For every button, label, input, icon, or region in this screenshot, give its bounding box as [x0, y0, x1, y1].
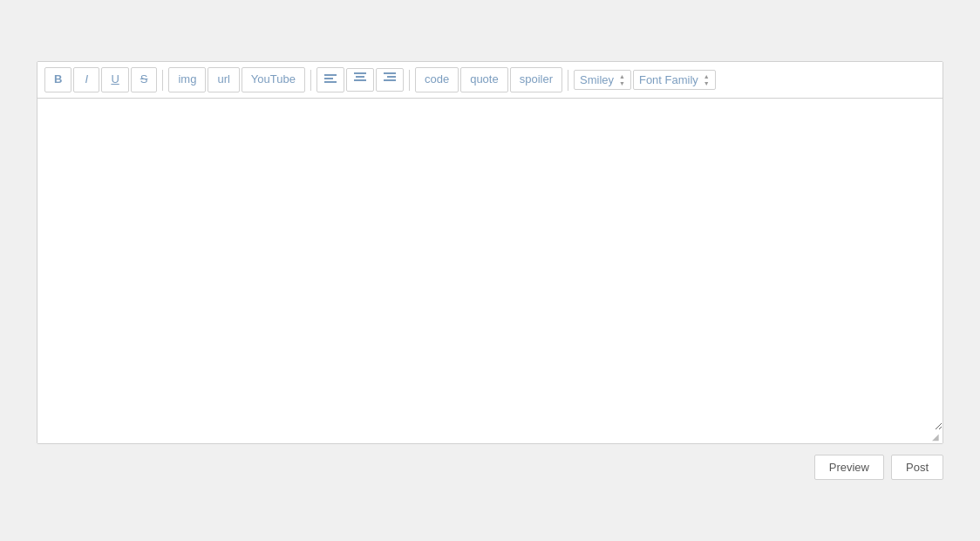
url-button[interactable]: url: [208, 67, 239, 92]
svg-rect-6: [384, 72, 396, 74]
preview-button[interactable]: Preview: [814, 455, 884, 480]
strikethrough-button[interactable]: S: [131, 67, 158, 92]
font-family-label: Font Family: [639, 73, 698, 86]
align-center-button[interactable]: [346, 68, 374, 91]
svg-rect-4: [356, 76, 364, 78]
font-family-arrows-icon: ▲▼: [704, 73, 710, 86]
divider-3: [409, 70, 410, 91]
content-textarea[interactable]: [37, 99, 943, 430]
smiley-select[interactable]: Smiley ▲▼: [574, 70, 631, 90]
divider-1: [162, 70, 163, 91]
align-right-button[interactable]: [376, 68, 404, 91]
bottom-actions: Preview Post: [37, 455, 943, 480]
img-button[interactable]: img: [168, 67, 206, 92]
quote-button[interactable]: quote: [460, 67, 508, 92]
smiley-label: Smiley: [580, 73, 614, 86]
smiley-arrows-icon: ▲▼: [619, 73, 625, 86]
code-button[interactable]: code: [415, 67, 459, 92]
align-right-icon: [384, 72, 396, 83]
divider-4: [568, 70, 568, 91]
editor-container: B I U S img url YouTube: [37, 44, 943, 497]
italic-button[interactable]: I: [73, 67, 99, 92]
svg-rect-3: [354, 72, 366, 74]
post-button[interactable]: Post: [891, 455, 943, 480]
svg-rect-2: [324, 81, 337, 83]
spoiler-button[interactable]: spoiler: [510, 67, 562, 92]
align-center-icon: [354, 72, 366, 83]
align-left-button[interactable]: [316, 67, 344, 92]
editor-wrapper: B I U S img url YouTube: [37, 61, 943, 444]
svg-rect-1: [324, 78, 333, 79]
svg-rect-7: [387, 76, 396, 78]
divider-2: [310, 70, 311, 91]
svg-rect-5: [354, 79, 366, 81]
font-family-select[interactable]: Font Family ▲▼: [633, 70, 716, 90]
svg-rect-8: [384, 79, 396, 81]
resize-icon: ◢: [932, 432, 939, 442]
underline-button[interactable]: U: [101, 67, 128, 92]
bold-button[interactable]: B: [44, 67, 71, 92]
align-left-icon: [324, 74, 337, 85]
youtube-button[interactable]: YouTube: [242, 67, 305, 92]
resize-handle: ◢: [37, 430, 943, 443]
toolbar: B I U S img url YouTube: [37, 62, 943, 99]
svg-rect-0: [324, 74, 337, 76]
